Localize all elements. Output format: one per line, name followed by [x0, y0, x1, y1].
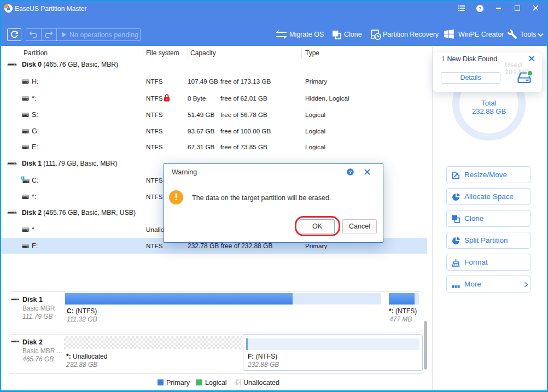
svg-text:?: ? — [479, 5, 482, 11]
svg-text:?: ? — [349, 169, 352, 175]
